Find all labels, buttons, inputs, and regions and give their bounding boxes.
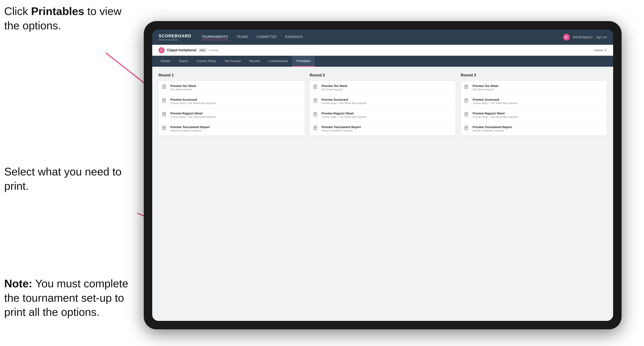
scoreboard-sub: Powered by clippd [158,38,191,41]
instruction-middle: Select what you need to print. [4,165,131,193]
card-title-r3-i4: Preview Tournament Report [472,125,603,129]
card-subtitle-r3-i3: Course setup + Tee Sheet data required [472,116,603,118]
sign-out-link[interactable]: Sign out [596,35,607,39]
instruction-bottom: Note: You must complete the tournament s… [4,277,135,319]
user-email: blair@clippd.io [573,35,592,39]
print-card-r1-i1[interactable]: Preview Tee SheetTee Sheet required [158,81,305,95]
sub-nav: Details Teams Course Setup Tee Groups Re… [152,56,613,67]
nav-rankings[interactable]: RANKINGS [285,34,303,40]
tournament-logo: C [158,47,164,53]
card-subtitle-r3-i2: Course setup + Tee Sheet data required [472,102,603,105]
card-title-r3-i1: Preview Tee Sheet [472,84,603,88]
card-title-r1-i2: Preview Scorecard [170,98,301,101]
card-title-r3-i2: Preview Scorecard [472,98,603,101]
print-card-r2-i1[interactable]: Preview Tee SheetTee Sheet required [310,81,456,95]
print-card-r1-i3[interactable]: Preview Raguzzi SheetCourse setup + Tee … [158,108,305,122]
print-card-r1-i4[interactable]: Preview Tournament ReportRound Completio… [158,122,305,136]
print-card-r2-i4[interactable]: Preview Tournament ReportRound Completio… [310,122,456,136]
svg-rect-44 [465,112,468,116]
tab-printables[interactable]: Printables [292,56,315,67]
tab-teams[interactable]: Teams [175,56,192,67]
card-subtitle-r2-i2: Course setup + Tee Sheet data required [322,102,452,105]
svg-rect-16 [163,126,166,130]
card-title-r1-i3: Preview Raguzzi Sheet [170,112,301,115]
card-title-r2-i3: Preview Raguzzi Sheet [322,112,452,115]
tab-tee-groups[interactable]: Tee Groups [220,56,245,67]
round-3-cards: Preview Tee SheetTee Sheet required Prev… [461,81,607,136]
tablet: SCOREBOARD Powered by clippd TOURNAMENTS… [144,21,622,329]
print-card-r2-i3[interactable]: Preview Raguzzi SheetCourse setup + Tee … [310,108,456,122]
card-subtitle-r1-i2: Course setup + Tee Sheet data required [170,102,301,105]
tournament-hosting: Hosting [209,48,218,52]
instruction-top: Click Printables to view the options. [4,4,131,33]
main-content: Round 1 Preview Tee SheetTee Sheet requi… [152,67,613,321]
round-2-column: Round 2 Preview Tee SheetTee Sheet requi… [310,73,456,136]
card-subtitle-r3-i4: Round Completion required [472,129,603,132]
document-icon [464,98,470,104]
document-icon [314,112,318,118]
round-3-column: Round 3 Preview Tee SheetTee Sheet requi… [461,73,607,136]
document-icon [162,85,168,91]
tournament-bar: C Clippd Invitational Men Hosting Cancel… [152,45,613,56]
document-icon [464,126,470,132]
round-1-header: Round 1 [158,73,305,77]
note-bold: Note: [4,277,32,290]
tab-course-setup[interactable]: Course Setup [192,56,220,67]
round-3-header: Round 3 [461,73,607,77]
document-icon [464,85,470,91]
print-card-r3-i2[interactable]: Preview ScorecardCourse setup + Tee Shee… [461,95,607,108]
round-2-cards: Preview Tee SheetTee Sheet required Prev… [310,81,456,136]
svg-rect-32 [314,126,316,130]
cancel-button[interactable]: Cancel ✕ [594,48,607,52]
scoreboard-title: SCOREBOARD [158,33,191,38]
nav-tournaments[interactable]: TOURNAMENTS [202,34,228,40]
round-2-header: Round 2 [310,73,456,77]
document-icon [162,98,168,104]
tablet-screen: SCOREBOARD Powered by clippd TOURNAMENTS… [152,29,613,321]
user-avatar: B [563,34,570,40]
card-subtitle-r2-i4: Round Completion required [322,129,452,132]
print-card-r3-i3[interactable]: Preview Raguzzi SheetCourse setup + Tee … [461,108,607,122]
tournament-name: Clippd Invitational [167,48,196,52]
card-subtitle-r1-i3: Course setup + Tee Sheet data required [170,116,301,118]
tab-leaderboards[interactable]: Leaderboards [264,56,292,67]
svg-rect-28 [314,112,316,116]
card-title-r3-i3: Preview Raguzzi Sheet [472,112,603,115]
card-subtitle-r2-i3: Course setup + Tee Sheet data required [322,116,452,118]
top-nav: SCOREBOARD Powered by clippd TOURNAMENTS… [152,29,613,45]
top-nav-links: TOURNAMENTS TEAMS COMMITTEE RANKINGS [202,34,563,40]
print-card-r1-i2[interactable]: Preview ScorecardCourse setup + Tee Shee… [158,95,305,108]
card-title-r1-i1: Preview Tee Sheet [170,84,301,88]
printables-bold: Printables [31,5,84,17]
tab-results[interactable]: Results [245,56,264,67]
card-subtitle-r2-i1: Tee Sheet required [322,88,452,91]
round-1-column: Round 1 Preview Tee SheetTee Sheet requi… [158,73,305,136]
document-icon [314,85,318,91]
document-icon [314,126,318,132]
card-subtitle-r1-i4: Round Completion required [170,129,301,132]
print-card-r3-i1[interactable]: Preview Tee SheetTee Sheet required [461,81,607,95]
print-card-r2-i2[interactable]: Preview ScorecardCourse setup + Tee Shee… [310,95,456,108]
top-nav-right: B blair@clippd.io Sign out [563,34,607,40]
nav-committee[interactable]: COMMITTEE [256,34,277,40]
card-subtitle-r1-i1: Tee Sheet required [170,88,301,91]
svg-rect-48 [465,126,468,130]
print-card-r3-i4[interactable]: Preview Tournament ReportRound Completio… [461,122,607,136]
document-icon [464,112,470,118]
tab-details[interactable]: Details [156,56,175,67]
document-icon [162,126,168,132]
document-icon [314,98,318,104]
card-title-r2-i2: Preview Scorecard [322,98,452,101]
card-title-r2-i1: Preview Tee Sheet [322,84,452,88]
card-title-r1-i4: Preview Tournament Report [170,125,301,129]
card-title-r2-i4: Preview Tournament Report [322,125,452,129]
round-1-cards: Preview Tee SheetTee Sheet required Prev… [158,81,305,136]
tournament-badge: Men [198,48,207,52]
document-icon [162,112,168,118]
card-subtitle-r3-i1: Tee Sheet required [472,88,603,91]
svg-rect-12 [163,112,166,116]
nav-teams[interactable]: TEAMS [236,34,248,40]
scoreboard-logo: SCOREBOARD Powered by clippd [158,33,191,41]
rounds-container: Round 1 Preview Tee SheetTee Sheet requi… [158,73,607,136]
